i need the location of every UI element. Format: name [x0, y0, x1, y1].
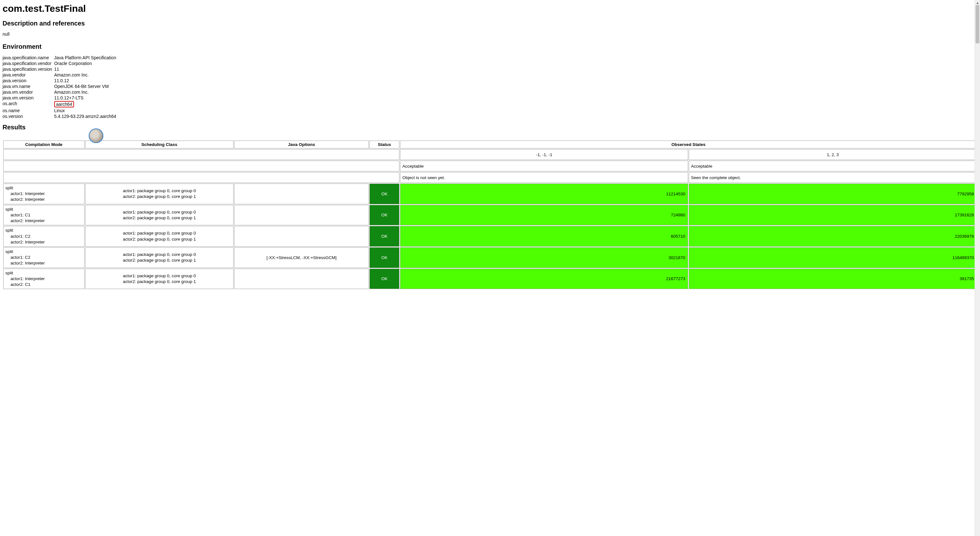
- observed-value: 724980: [400, 205, 688, 226]
- comp-actor1: actor1: Interpreter: [5, 276, 82, 282]
- env-value: OpenJDK 64-Bit Server VM: [54, 84, 118, 89]
- comp-line1: split: [5, 270, 82, 276]
- env-value: Java Platform API Specification: [54, 55, 118, 60]
- results-table: Compilation Mode Scheduling Class Java O…: [3, 140, 977, 290]
- sched-actor1: actor1: package group 0, core group 0: [88, 209, 232, 215]
- page-title: com.test.TestFinal: [3, 3, 977, 14]
- sched-actor2: actor2: package group 0, core group 1: [88, 279, 232, 285]
- blank-cell: [3, 149, 399, 160]
- comp-actor1: actor1: C2: [5, 233, 82, 239]
- observed-value: 605710: [400, 226, 688, 247]
- env-row: os.archaarch64: [3, 101, 118, 108]
- env-row: java.vendorAmazon.com Inc.: [3, 72, 118, 78]
- java-options-cell: [234, 226, 369, 247]
- table-row: splitactor1: C2actor2: Interpreteractor1…: [3, 226, 977, 247]
- env-row: java.specification.vendorOracle Corporat…: [3, 60, 118, 66]
- status-badge: OK: [369, 184, 399, 204]
- observed-header: -1, -1, -1: [400, 149, 688, 160]
- comp-actor2: actor2: Interpreter: [5, 260, 82, 266]
- scheduling-class-cell: actor1: package group 0, core group 0act…: [85, 226, 234, 247]
- scrollbar-thumb[interactable]: [975, 5, 979, 43]
- environment-table: java.specification.nameJava Platform API…: [3, 55, 118, 119]
- table-row: splitactor1: C2actor2: Interpreteractor1…: [3, 247, 977, 268]
- observed-desc: Seen the complete object.: [689, 172, 977, 183]
- env-key: java.vm.name: [3, 84, 54, 89]
- col-status: Status: [369, 141, 399, 149]
- java-options-cell: [234, 184, 369, 204]
- compilation-mode-cell: splitactor1: Interpreteractor2: C1: [3, 269, 84, 289]
- comp-actor1: actor1: C1: [5, 212, 82, 218]
- comp-actor2: actor2: C1: [5, 282, 82, 287]
- status-badge: OK: [369, 205, 399, 226]
- env-key: java.vm.vendor: [3, 89, 54, 95]
- env-value: Amazon.com Inc.: [54, 89, 118, 95]
- col-java-options: Java Options: [234, 141, 369, 149]
- results-heading: Results: [3, 124, 977, 131]
- observed-value: 7792958: [689, 184, 977, 204]
- scheduling-class-cell: actor1: package group 0, core group 0act…: [85, 269, 234, 289]
- env-row: os.nameLinux: [3, 108, 118, 113]
- env-key: java.specification.name: [3, 55, 54, 60]
- table-row: splitactor1: Interpreteractor2: Interpre…: [3, 184, 977, 204]
- observed-value: 3021670: [400, 247, 688, 268]
- description-text: null: [3, 32, 977, 36]
- sched-actor2: actor2: package group 0, core group 1: [88, 215, 232, 221]
- sched-actor1: actor1: package group 0, core group 0: [88, 230, 232, 236]
- scrollbar-up-icon[interactable]: ▴: [975, 0, 980, 5]
- col-compilation-mode: Compilation Mode: [3, 141, 84, 149]
- compilation-mode-cell: splitactor1: Interpreteractor2: Interpre…: [3, 184, 84, 204]
- java-options-cell: [234, 205, 369, 226]
- observed-value: 381735: [689, 269, 977, 289]
- environment-heading: Environment: [3, 43, 977, 50]
- comp-line1: split: [5, 185, 82, 191]
- env-value: Amazon.com Inc.: [54, 72, 118, 78]
- sched-actor2: actor2: package group 0, core group 1: [88, 194, 232, 200]
- scrollbar[interactable]: ▴: [975, 0, 980, 303]
- env-row: java.vm.version11.0.12+7-LTS: [3, 95, 118, 101]
- highlight-box: aarch64: [54, 101, 74, 108]
- blank-cell: [3, 160, 399, 171]
- observed-acceptable: Acceptable: [689, 160, 977, 171]
- env-key: java.specification.vendor: [3, 60, 54, 66]
- scheduling-class-cell: actor1: package group 0, core group 0act…: [85, 205, 234, 226]
- compilation-mode-cell: splitactor1: C2actor2: Interpreter: [3, 226, 84, 247]
- comp-line1: split: [5, 206, 82, 212]
- env-row: os.version5.4.129-63.229.amzn2.aarch64: [3, 113, 118, 119]
- scheduling-class-cell: actor1: package group 0, core group 0act…: [85, 247, 234, 268]
- table-row: splitactor1: Interpreteractor2: C1actor1…: [3, 269, 977, 289]
- sched-actor2: actor2: package group 0, core group 1: [88, 236, 232, 242]
- comp-actor1: actor1: C2: [5, 255, 82, 260]
- env-key: java.vm.version: [3, 95, 54, 101]
- env-row: java.specification.nameJava Platform API…: [3, 55, 118, 60]
- observed-value: 11214530: [400, 184, 688, 204]
- avatar: [89, 128, 103, 143]
- observed-desc: Object is not seen yet.: [400, 172, 688, 183]
- env-key: os.name: [3, 108, 54, 113]
- env-key: java.version: [3, 78, 54, 84]
- env-key: java.specification.version: [3, 66, 54, 72]
- env-row: java.specification.version11: [3, 66, 118, 72]
- comp-line1: split: [5, 249, 82, 255]
- col-observed-states: Observed States: [400, 141, 977, 149]
- status-badge: OK: [369, 247, 399, 268]
- env-value: aarch64: [54, 101, 118, 108]
- env-row: java.version11.0.12: [3, 78, 118, 84]
- env-value: 11: [54, 66, 118, 72]
- status-badge: OK: [369, 226, 399, 247]
- comp-line1: split: [5, 228, 82, 233]
- col-scheduling-class: Scheduling Class: [85, 141, 234, 149]
- comp-actor2: actor2: Interpreter: [5, 218, 82, 224]
- comp-actor2: actor2: Interpreter: [5, 239, 82, 245]
- blank-cell: [3, 172, 399, 183]
- observed-header: 1, 2, 3: [689, 149, 977, 160]
- compilation-mode-cell: splitactor1: C1actor2: Interpreter: [3, 205, 84, 226]
- env-value: 5.4.129-63.229.amzn2.aarch64: [54, 113, 118, 119]
- scheduling-class-cell: actor1: package group 0, core group 0act…: [85, 184, 234, 204]
- sched-actor1: actor1: package group 0, core group 0: [88, 188, 232, 194]
- observed-value: 21677273: [400, 269, 688, 289]
- observed-value: 116489370: [689, 247, 977, 268]
- env-key: os.arch: [3, 101, 54, 108]
- env-value: Linux: [54, 108, 118, 113]
- env-key: os.version: [3, 113, 54, 119]
- env-key: java.vendor: [3, 72, 54, 78]
